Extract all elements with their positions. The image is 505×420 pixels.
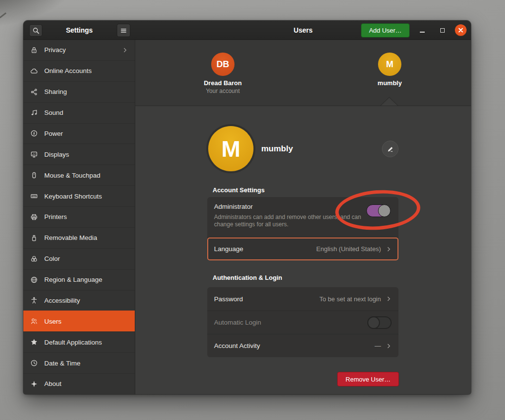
hamburger-menu-button[interactable] — [117, 24, 130, 37]
minimize-icon — [420, 32, 425, 33]
account-settings-card: Administrator Administrators can add and… — [207, 197, 398, 260]
user-name: mumbly — [351, 79, 429, 87]
password-row[interactable]: Password To be set at next login — [207, 287, 398, 310]
language-row[interactable]: Language English (United States) — [207, 237, 398, 260]
sidebar-item-region-language[interactable]: Region & Language — [23, 269, 135, 290]
sidebar-item-accessibility[interactable]: Accessibility — [23, 290, 135, 311]
account-settings-heading: Account Settings — [213, 186, 265, 194]
sidebar-item-label: Date & Time — [44, 360, 80, 367]
user-carousel: DB Dread Baron Your account M mumbly — [135, 40, 471, 106]
sidebar-item-sound[interactable]: Sound — [23, 102, 135, 123]
sidebar-item-label: Accessibility — [44, 297, 80, 304]
close-button[interactable] — [455, 24, 467, 36]
sidebar-item-label: Online Accounts — [44, 67, 92, 74]
sidebar-item-label: Mouse & Touchpad — [44, 172, 100, 179]
chevron-right-icon — [386, 246, 392, 252]
sidebar-item-label: Power — [44, 130, 63, 137]
sidebar-item-sharing[interactable]: Sharing — [23, 81, 135, 102]
accessibility-icon — [30, 296, 38, 304]
sidebar-item-online-accounts[interactable]: Online Accounts — [23, 60, 135, 81]
printer-icon — [30, 213, 38, 221]
sidebar-item-default-applications[interactable]: Default Applications — [23, 331, 135, 352]
globe-icon — [30, 276, 38, 284]
header-bar: Settings Users Add User… — [23, 20, 471, 40]
sidebar-item-date-time[interactable]: Date & Time — [23, 352, 135, 373]
toggle-knob — [367, 316, 380, 329]
sparkle-icon — [30, 380, 38, 388]
sidebar-item-label: About — [44, 380, 61, 387]
account-activity-value: — — [375, 342, 381, 349]
avatar: DB — [211, 53, 234, 76]
chevron-right-icon — [122, 47, 128, 53]
sidebar-item-label: Sound — [44, 109, 63, 116]
sidebar-item-label: Region & Language — [44, 276, 102, 283]
lock-icon — [30, 46, 38, 54]
sidebar-item-privacy[interactable]: Privacy — [23, 40, 135, 60]
removable-media-icon — [30, 234, 38, 242]
administrator-description: Administrators can add and remove other … — [214, 214, 371, 228]
sidebar-item-label: Privacy — [44, 46, 66, 54]
automatic-login-row: Automatic Login — [207, 310, 398, 334]
share-icon — [30, 88, 38, 96]
user-tab-dread-baron[interactable]: DB Dread Baron Your account — [184, 53, 262, 94]
settings-window: Settings Users Add User… — [23, 20, 471, 394]
sidebar-item-displays[interactable]: Displays — [23, 144, 135, 164]
sound-icon — [30, 109, 38, 117]
hamburger-menu-icon — [120, 27, 127, 35]
pencil-icon — [387, 146, 394, 153]
sidebar-item-label: Keyboard Shortcuts — [44, 193, 102, 200]
avatar: M — [378, 53, 401, 76]
sidebar-item-label: Sharing — [44, 88, 67, 95]
add-user-button[interactable]: Add User… — [361, 23, 410, 37]
sidebar: Privacy Online Accounts S — [23, 40, 135, 394]
sidebar-item-users[interactable]: Users — [23, 310, 135, 331]
password-label: Password — [214, 295, 243, 303]
minimize-button[interactable] — [416, 24, 428, 36]
automatic-login-label: Automatic Login — [214, 319, 261, 326]
users-panel: DB Dread Baron Your account M mumbly M m… — [135, 40, 471, 394]
edit-name-button[interactable] — [382, 141, 398, 157]
wallpaper-detail — [0, 12, 6, 18]
maximize-icon — [440, 28, 445, 33]
clock-icon — [30, 359, 38, 367]
profile-name: mumbly — [261, 144, 293, 154]
users-icon — [30, 317, 38, 325]
authentication-heading: Authentication & Login — [213, 274, 282, 281]
profile-avatar: M — [208, 126, 253, 171]
sidebar-item-power[interactable]: Power — [23, 123, 135, 144]
language-value: English (United States) — [316, 245, 381, 253]
sidebar-item-keyboard-shortcuts[interactable]: Keyboard Shortcuts — [23, 185, 135, 206]
password-value: To be set at next login — [320, 295, 381, 303]
automatic-login-toggle[interactable] — [367, 316, 392, 329]
administrator-label: Administrator — [214, 203, 392, 210]
sidebar-item-label: Displays — [44, 151, 69, 158]
desktop: Settings Users Add User… — [0, 0, 505, 420]
account-activity-row[interactable]: Account Activity — — [207, 334, 398, 357]
account-activity-label: Account Activity — [214, 342, 260, 349]
star-icon — [30, 338, 38, 346]
user-subtitle: Your account — [184, 88, 262, 94]
sidebar-item-about[interactable]: About — [23, 373, 135, 394]
chevron-right-icon — [386, 296, 392, 302]
sidebar-item-label: Default Applications — [44, 339, 102, 346]
mouse-icon — [30, 171, 38, 179]
sidebar-item-label: Users — [44, 318, 61, 325]
authentication-card: Password To be set at next login Automat… — [207, 287, 398, 357]
maximize-button[interactable] — [436, 24, 448, 36]
sidebar-item-label: Printers — [44, 213, 67, 220]
sidebar-item-label: Removable Media — [44, 234, 97, 241]
sidebar-item-color[interactable]: Color — [23, 248, 135, 269]
user-tab-mumbly[interactable]: M mumbly — [351, 53, 429, 87]
sidebar-item-printers[interactable]: Printers — [23, 206, 135, 227]
close-icon — [458, 27, 464, 33]
display-icon — [30, 150, 38, 158]
sidebar-item-mouse-touchpad[interactable]: Mouse & Touchpad — [23, 164, 135, 185]
selected-user-caret — [380, 97, 398, 106]
sidebar-item-removable-media[interactable]: Removable Media — [23, 227, 135, 248]
keyboard-icon — [30, 192, 38, 200]
remove-user-button[interactable]: Remove User… — [337, 372, 399, 386]
administrator-toggle[interactable] — [366, 204, 391, 217]
administrator-row: Administrator Administrators can add and… — [207, 197, 398, 237]
cloud-icon — [30, 67, 38, 75]
chevron-right-icon — [386, 343, 392, 349]
